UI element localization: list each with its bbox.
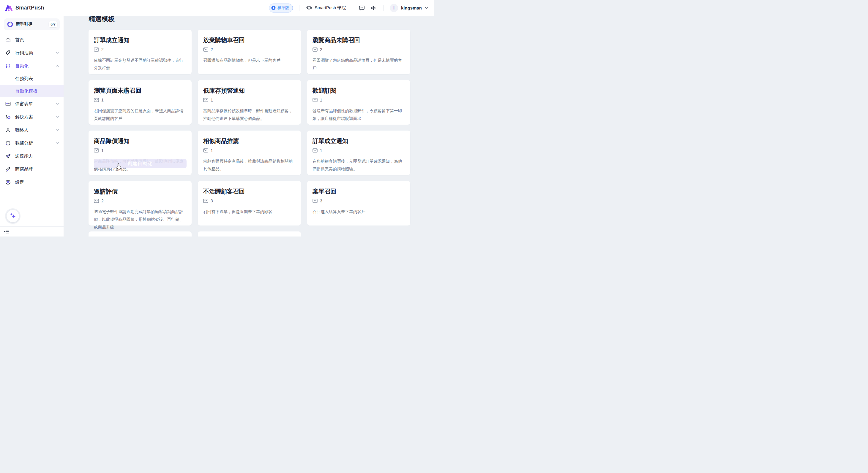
email-count-row: 3 xyxy=(312,199,405,203)
sidebar-item-automation[interactable]: 自動化 xyxy=(0,59,64,72)
template-card[interactable]: 歡迎加入會員 xyxy=(198,232,301,236)
collapse-sidebar-icon[interactable] xyxy=(4,229,9,234)
sidebar-item-popup-forms[interactable]: 彈窗表單 xyxy=(0,97,64,110)
template-card-description: 當顧客購買特定產品後，推薦與該商品銷售相關的其他產品。 xyxy=(203,158,296,173)
feedback-chat-icon[interactable] xyxy=(359,5,365,11)
chevron-down-icon xyxy=(56,103,59,105)
sidebar-item-label: 設定 xyxy=(15,179,59,185)
sidebar-item-store-brand[interactable]: 商店品牌 xyxy=(0,163,64,176)
email-icon xyxy=(312,148,317,153)
email-icon xyxy=(203,47,208,52)
sidebar-item-contacts[interactable]: 聯絡人 xyxy=(0,124,64,136)
email-count: 3 xyxy=(320,199,322,203)
template-card-description: 召回添加商品到購物車，但是未下單的客戶 xyxy=(203,57,296,64)
sidebar-item-analytics[interactable]: 數據分析 xyxy=(0,136,64,149)
sidebar-item-label: 商店品牌 xyxy=(15,166,59,172)
contacts-icon xyxy=(5,127,11,133)
divider xyxy=(383,5,383,11)
template-card-description: 召回有下過單，但是近期未下單的顧客 xyxy=(203,208,296,216)
email-count: 2 xyxy=(320,47,322,52)
sidebar-item-campaigns[interactable]: 行銷活動 xyxy=(0,46,64,59)
email-icon xyxy=(94,148,99,153)
email-count: 2 xyxy=(101,47,104,52)
email-count: 1 xyxy=(101,98,104,102)
template-card[interactable]: 邀請評價2透過電子郵件邀請近期完成訂單的顧客填寫商品評價，以此獲得商品回饋，用於… xyxy=(89,181,192,226)
academy-link[interactable]: SmartPush 學院 xyxy=(306,5,346,11)
email-count-row: 1 xyxy=(203,98,296,102)
template-card-description: 發送帶有品牌個性的歡迎郵件，令顧客留下第一印象，讓店舖從市場脫穎而出 xyxy=(312,107,405,123)
smartpush-logo-icon xyxy=(5,4,13,12)
brand[interactable]: SmartPush xyxy=(0,4,44,12)
email-icon xyxy=(312,199,317,203)
template-card[interactable]: 相似商品推薦1當顧客購買特定產品後，推薦與該商品銷售相關的其他產品。 xyxy=(198,131,301,175)
template-card[interactable]: 棄單召回3召回進入結算頁未下單的客戶 xyxy=(307,181,410,226)
top-header: SmartPush 標準版 SmartPush 學院 xyxy=(0,0,434,16)
email-count-row: 1 xyxy=(312,98,405,102)
avatar: l xyxy=(390,4,398,12)
template-card-title: 瀏覽商品未購召回 xyxy=(312,37,405,43)
sidebar-item-settings[interactable]: 設定 xyxy=(0,176,64,189)
template-card[interactable]: 商品降價通知1當商品降價時，向客戶推送通知，鼓勵他們以優惠價格購買心儀商品。創建… xyxy=(89,131,192,175)
automation-icon xyxy=(5,63,11,69)
sidebar-item-label: 首頁 xyxy=(15,37,59,43)
guide-label: 新手引導 xyxy=(16,22,49,27)
email-count: 1 xyxy=(101,148,104,153)
chevron-down-icon xyxy=(56,142,59,144)
academy-label: SmartPush 學院 xyxy=(315,5,346,11)
template-card[interactable]: 不活躍顧客召回3召回有下過單，但是近期未下單的顧客 xyxy=(198,181,301,226)
email-count-row: 1 xyxy=(312,148,405,153)
template-card-description: 召回瀏覽了您店舖的商品詳情頁，但是未購買的客戶 xyxy=(312,57,405,72)
template-card[interactable]: 棄單召回（依訂單金額區分） xyxy=(89,232,192,236)
template-card-title: 訂單成立通知 xyxy=(94,37,186,43)
template-card[interactable]: 訂單成立通知2依據不同訂單金額發送不同的訂單確認郵件，進行分眾行銷 xyxy=(89,30,192,74)
ai-assistant-button[interactable] xyxy=(6,210,19,222)
chevron-down-icon xyxy=(56,52,59,54)
sidebar-footer xyxy=(0,227,64,236)
home-icon xyxy=(5,36,11,43)
guide-progress-badge: 6/7 xyxy=(49,21,57,27)
email-icon xyxy=(203,148,208,153)
user-menu[interactable]: l kingsman xyxy=(390,4,428,12)
sidebar-item-task-list[interactable]: 任務列表 xyxy=(0,72,64,85)
user-name: kingsman xyxy=(401,5,422,10)
template-card-description: 召回僅瀏覽了您商店的任意頁面，未進入商品詳情頁就離開的客戶 xyxy=(94,107,186,123)
store-brand-brush-icon xyxy=(5,166,11,172)
template-card-description: 當商品庫存低於預設標準時，郵件自動通知顧客，推動他們迅速下單購買心儀商品。 xyxy=(203,107,296,123)
email-icon xyxy=(94,98,99,102)
template-card[interactable]: 瀏覽商品未購召回2召回瀏覽了您店舖的商品詳情頁，但是未購買的客戶 xyxy=(307,30,410,74)
announcement-speaker-icon[interactable] xyxy=(370,5,377,11)
section-title: 精選模板 xyxy=(89,16,434,24)
email-count-row: 2 xyxy=(94,47,186,52)
template-card-title: 相似商品推薦 xyxy=(203,138,296,144)
create-automation-button[interactable]: 創建自動化 xyxy=(94,159,187,168)
email-count: 2 xyxy=(101,199,104,203)
template-card[interactable]: 放棄購物車召回2召回添加商品到購物車，但是未下單的客戶 xyxy=(198,30,301,74)
template-card-title: 棄單召回 xyxy=(312,188,405,195)
plan-diamond-icon xyxy=(271,6,276,10)
template-card[interactable]: 瀏覽頁面未購召回1召回僅瀏覽了您商店的任意頁面，未進入商品詳情頁就離開的客戶 xyxy=(89,80,192,125)
email-count: 2 xyxy=(211,47,213,52)
divider xyxy=(299,5,300,11)
graduation-cap-icon xyxy=(306,5,312,11)
chevron-down-icon xyxy=(56,129,59,131)
email-icon xyxy=(203,199,208,203)
solutions-cart-icon xyxy=(5,114,11,120)
template-card-title: 瀏覽頁面未購召回 xyxy=(94,87,186,94)
template-card[interactable]: 低庫存預警通知1當商品庫存低於預設標準時，郵件自動通知顧客，推動他們迅速下單購買… xyxy=(198,80,301,125)
chevron-down-icon xyxy=(56,116,59,118)
sidebar-item-solutions[interactable]: 解決方案 xyxy=(0,110,64,124)
sidebar-item-deliverability[interactable]: 送達能力 xyxy=(0,149,64,163)
template-card[interactable]: 歡迎訂閱1發送帶有品牌個性的歡迎郵件，令顧客留下第一印象，讓店舖從市場脫穎而出 xyxy=(307,80,410,125)
email-count-row: 2 xyxy=(94,199,186,203)
sidebar-item-label: 數據分析 xyxy=(15,140,56,146)
template-card[interactable]: 訂單成立通知1在您的顧客購買後，立即發送訂單確認通知，為他們提供完美的購物體驗。 xyxy=(307,131,410,175)
sidebar-item-home[interactable]: 首頁 xyxy=(0,33,64,46)
onboarding-guide-card[interactable]: 新手引導 6/7 xyxy=(4,19,60,30)
sidebar-item-automation-templates[interactable]: 自動化模板 xyxy=(0,85,64,97)
chevron-up-icon xyxy=(56,65,59,67)
plan-badge[interactable]: 標準版 xyxy=(269,4,293,12)
email-count: 3 xyxy=(211,199,213,203)
sidebar-item-label: 自動化 xyxy=(15,63,56,69)
email-count-row: 2 xyxy=(203,47,296,52)
template-card-title: 歡迎訂閱 xyxy=(312,87,405,94)
